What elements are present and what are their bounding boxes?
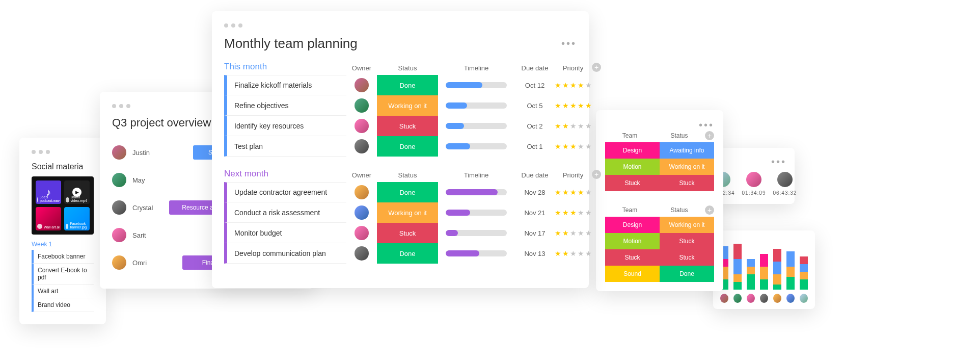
owner-cell[interactable]: [346, 205, 377, 220]
avatar[interactable]: [355, 119, 369, 133]
column-header[interactable]: Status: [655, 132, 704, 139]
group-title[interactable]: This month: [224, 62, 346, 72]
avatar[interactable]: [355, 98, 369, 113]
week-group-title[interactable]: Week 1: [32, 241, 94, 248]
column-header[interactable]: Owner: [346, 171, 377, 179]
column-header[interactable]: Team: [605, 207, 655, 214]
avatar[interactable]: [355, 226, 369, 240]
star-icon[interactable]: ★: [585, 142, 592, 150]
star-icon[interactable]: ★: [578, 122, 584, 130]
star-icon[interactable]: ★: [570, 101, 577, 110]
column-header[interactable]: Team: [605, 132, 655, 139]
star-icon[interactable]: ★: [555, 209, 561, 217]
media-thumbnail[interactable]: Facebook banner.jpg: [64, 207, 90, 230]
status-cell[interactable]: Stuck: [660, 249, 714, 266]
timeline-cell[interactable]: [438, 210, 514, 216]
star-icon[interactable]: ★: [585, 209, 592, 217]
status-cell[interactable]: Done: [377, 136, 438, 157]
task-row[interactable]: Conduct a risk assessmentWorking on itNo…: [224, 202, 577, 223]
status-cell[interactable]: Stuck: [660, 233, 714, 249]
stacked-bar[interactable]: [747, 259, 755, 290]
star-icon[interactable]: ★: [555, 142, 561, 150]
task-row[interactable]: Monitor budgetStuckNov 17★★★★★: [224, 223, 577, 243]
star-icon[interactable]: ★: [570, 209, 577, 217]
avatar[interactable]: [112, 145, 126, 160]
task-row[interactable]: Finalize kickoff materialsDoneOct 12★★★★…: [224, 75, 577, 95]
due-date-cell[interactable]: Nov 21: [514, 209, 555, 217]
priority-cell[interactable]: ★★★★★: [555, 81, 591, 89]
avatar[interactable]: [355, 246, 369, 261]
timeline-cell[interactable]: [438, 250, 514, 256]
stacked-bar[interactable]: [773, 249, 781, 290]
avatar[interactable]: [747, 294, 755, 303]
star-icon[interactable]: ★: [562, 142, 569, 150]
status-cell[interactable]: Stuck: [660, 175, 714, 191]
due-date-cell[interactable]: Oct 2: [514, 122, 555, 130]
avatar[interactable]: [786, 294, 795, 303]
star-icon[interactable]: ★: [578, 101, 584, 110]
task-name-cell[interactable]: Test plan: [224, 136, 346, 157]
column-header[interactable]: Timeline: [438, 171, 514, 179]
timer-entry[interactable]: 06:43:32: [773, 172, 797, 196]
task-name-cell[interactable]: Refine objectives: [224, 95, 346, 116]
status-cell[interactable]: Done: [377, 243, 438, 264]
avatar[interactable]: [733, 294, 742, 303]
status-cell[interactable]: Done: [660, 266, 714, 282]
add-column-button[interactable]: +: [592, 170, 601, 179]
avatar[interactable]: [112, 255, 126, 270]
column-header[interactable]: Status: [377, 64, 438, 72]
group-title[interactable]: Next month: [224, 169, 346, 179]
owner-cell[interactable]: [346, 119, 377, 133]
priority-cell[interactable]: ★★★★★: [555, 249, 591, 257]
due-date-cell[interactable]: Oct 5: [514, 102, 555, 110]
timeline-cell[interactable]: [438, 82, 514, 88]
star-icon[interactable]: ★: [578, 249, 584, 257]
avatar[interactable]: [760, 294, 768, 303]
star-icon[interactable]: ★: [578, 229, 584, 237]
avatar[interactable]: [112, 228, 126, 242]
column-header[interactable]: Due date: [514, 64, 555, 72]
star-icon[interactable]: ★: [562, 122, 569, 130]
owner-cell[interactable]: [346, 185, 377, 199]
team-cell[interactable]: Sound: [605, 266, 660, 282]
task-row[interactable]: Develop communication planDoneNov 13★★★★…: [224, 243, 577, 264]
task-name-cell[interactable]: Update contractor agreement: [224, 182, 346, 202]
timeline-cell[interactable]: [438, 102, 514, 109]
status-cell[interactable]: Awaiting info: [660, 142, 714, 159]
owner-cell[interactable]: [346, 98, 377, 113]
star-icon[interactable]: ★: [555, 81, 561, 89]
task-name-cell[interactable]: Identify key resources: [224, 116, 346, 136]
stacked-bar[interactable]: [800, 256, 808, 290]
add-column-button[interactable]: +: [705, 205, 714, 215]
team-cell[interactable]: Design: [605, 217, 660, 233]
avatar[interactable]: [112, 200, 126, 215]
task-name-cell[interactable]: Develop communication plan: [224, 243, 346, 264]
star-icon[interactable]: ★: [555, 188, 561, 196]
timeline-cell[interactable]: [438, 230, 514, 236]
list-item[interactable]: Brand video: [32, 298, 94, 312]
status-cell[interactable]: Working on it: [377, 95, 438, 116]
task-row[interactable]: Refine objectivesWorking on itOct 5★★★★★: [224, 95, 577, 116]
stacked-bar[interactable]: [786, 251, 795, 290]
add-column-button[interactable]: +: [705, 131, 714, 140]
status-cell[interactable]: Working on it: [660, 217, 714, 233]
due-date-cell[interactable]: Nov 17: [514, 229, 555, 237]
due-date-cell[interactable]: Nov 28: [514, 189, 555, 196]
status-cell[interactable]: Done: [377, 75, 438, 95]
owner-cell[interactable]: [346, 226, 377, 240]
owner-cell[interactable]: [346, 78, 377, 92]
star-icon[interactable]: ★: [562, 209, 569, 217]
star-icon[interactable]: ★: [585, 81, 592, 89]
task-row[interactable]: Identify key resourcesStuckOct 2★★★★★: [224, 116, 577, 136]
list-item[interactable]: Convert E-book to pdf: [32, 264, 94, 285]
due-date-cell[interactable]: Oct 1: [514, 143, 555, 150]
star-icon[interactable]: ★: [570, 249, 577, 257]
star-icon[interactable]: ★: [585, 229, 592, 237]
priority-cell[interactable]: ★★★★★: [555, 209, 591, 217]
star-icon[interactable]: ★: [585, 122, 592, 130]
team-cell[interactable]: Motion: [605, 159, 660, 175]
status-cell[interactable]: Working on it: [660, 159, 714, 175]
more-options-icon[interactable]: •••: [699, 119, 714, 131]
status-cell[interactable]: Stuck: [377, 116, 438, 136]
media-thumbnail[interactable]: ♪Joe's podcast.wav: [36, 181, 61, 204]
